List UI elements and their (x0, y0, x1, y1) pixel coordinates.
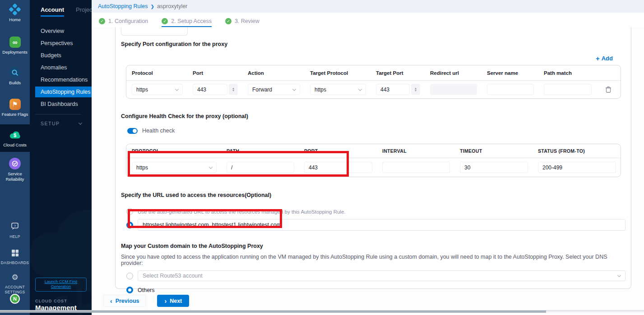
col-timeout: TIMEOUT (454, 148, 533, 154)
app-window: Home ∞ Deployments Builds ⚑ Feature Flag… (0, 0, 644, 315)
wizard-footer: ‹ Previous › Next (103, 295, 644, 307)
route53-account-select[interactable]: Select Route53 account (138, 270, 625, 281)
health-check-table: PROTOCOL PATH PORT INTERVAL TIMEOUT STAT… (126, 144, 621, 177)
rail-label: Service Reliability (3, 171, 27, 182)
previous-button[interactable]: ‹ Previous (103, 295, 146, 307)
rail-label: HELP (9, 234, 20, 239)
nav-item-overview[interactable]: Overview (35, 26, 92, 37)
others-dns-radio[interactable] (126, 287, 133, 293)
custom-url-input[interactable] (138, 219, 625, 231)
route53-placeholder: Select Route53 account (143, 273, 203, 279)
route53-radio[interactable] (126, 273, 133, 279)
protocol-select[interactable]: https (132, 84, 183, 95)
horizontal-scrollbar[interactable] (0, 310, 644, 312)
server-name-input[interactable] (487, 84, 534, 95)
chevron-down-icon (617, 273, 621, 277)
nav-item-recommendations[interactable]: Recommendations (35, 74, 92, 85)
hc-path-input[interactable]: / (227, 162, 294, 173)
clipped-input-fragment[interactable] (121, 27, 188, 36)
hc-port-input[interactable]: 443 (304, 162, 372, 173)
step-setup-access[interactable]: ✓ 2. Setup Access (162, 18, 212, 27)
user-avatar[interactable]: N (0, 294, 30, 304)
target-protocol-select[interactable]: https (310, 84, 366, 95)
rail-item-home[interactable]: Home (0, 4, 30, 23)
help-chat-icon: ? (9, 221, 21, 233)
scrollbar-thumb[interactable] (0, 310, 546, 313)
nav-item-perspectives[interactable]: Perspectives (35, 38, 92, 49)
rail-label: Feature Flags (2, 112, 28, 117)
step-complete-check-icon: ✓ (162, 18, 168, 24)
breadcrumb-current: asproxytyler (157, 3, 187, 9)
custom-domain-description: Since you have opted to access the appli… (121, 254, 625, 266)
port-config-table: Protocol Port Action Target Protocol Tar… (126, 65, 621, 99)
action-select[interactable]: Forward (248, 84, 300, 95)
auto-generated-url-radio[interactable] (126, 208, 133, 215)
step-complete-check-icon: ✓ (225, 18, 232, 24)
hc-interval-input[interactable] (382, 162, 450, 173)
setup-section-toggle[interactable]: SETUP (30, 114, 92, 126)
rail-label: Builds (9, 80, 21, 86)
url-section-title: Specify the URL used to access the resou… (121, 192, 625, 198)
nav-item-bi-dashboards[interactable]: BI Dashboards (35, 99, 92, 110)
service-reliability-icon (9, 158, 21, 169)
svg-text:?: ? (14, 224, 16, 228)
wizard-steps: ✓ 1. Configuration ✓ 2. Setup Access ✓ 3… (92, 13, 644, 27)
col-action: Action (242, 70, 305, 76)
rail-item-cloud-costs[interactable]: $ Cloud Costs (0, 124, 30, 152)
port-input[interactable]: 443 (193, 84, 227, 95)
step-label: 2. Setup Access (171, 18, 212, 24)
rail-item-service-reliability[interactable]: Service Reliability (0, 158, 30, 182)
next-label: Next (170, 298, 182, 304)
launch-ccm-first-gen-button[interactable]: Launch CCM First Generation (35, 278, 87, 292)
col-target-protocol: Target Protocol (305, 70, 371, 76)
step-label: 3. Review (235, 18, 259, 24)
previous-label: Previous (116, 298, 139, 304)
col-server-name: Server name (482, 70, 538, 76)
step-review[interactable]: ✓ 3. Review (225, 18, 259, 27)
breadcrumb: AutoStopping Rules ❯ asproxytyler (92, 0, 644, 13)
rail-item-feature-flags[interactable]: ⚑ Feature Flags (0, 98, 30, 117)
step-label: 1. Configuration (108, 18, 148, 24)
col-port: Port (187, 70, 242, 76)
chevron-left-icon: ‹ (110, 297, 112, 305)
hc-status-input[interactable]: 200-499 (538, 162, 616, 173)
chevron-down-icon (209, 165, 213, 169)
hc-protocol-select[interactable]: https (132, 162, 217, 173)
path-match-input[interactable] (544, 84, 592, 95)
hc-timeout-input[interactable]: 30 (460, 162, 528, 173)
number-stepper[interactable]: ▴▾ (411, 84, 420, 95)
breadcrumb-autostopping-link[interactable]: AutoStopping Rules (98, 3, 148, 9)
col-redirect-url: Redirect url (425, 70, 482, 76)
add-port-row-button[interactable]: + Add (596, 55, 613, 62)
custom-url-radio[interactable] (126, 222, 133, 228)
step-configuration[interactable]: ✓ 1. Configuration (99, 18, 148, 27)
nav-item-autostopping-rules[interactable]: AutoStopping Rules (35, 87, 92, 97)
rail-item-help[interactable]: ? HELP (0, 221, 30, 239)
module-rail: Home ∞ Deployments Builds ⚑ Feature Flag… (0, 0, 30, 315)
rail-label: Home (9, 17, 20, 23)
setup-access-content: Specify Port configuration for the proxy… (92, 27, 644, 315)
rail-item-builds[interactable]: Builds (0, 67, 30, 86)
setup-label: SETUP (41, 121, 60, 126)
dashboards-grid-icon (9, 247, 21, 259)
svg-text:$: $ (14, 132, 17, 138)
tab-project[interactable]: Project (76, 6, 92, 17)
target-port-input[interactable]: 443 (376, 84, 410, 95)
cloud-costs-icon: $ (9, 129, 21, 141)
chevron-down-icon (292, 87, 296, 91)
feature-flags-icon: ⚑ (9, 98, 21, 110)
rail-item-account-settings[interactable]: ⚙ ACCOUNT SETTINGS (0, 271, 30, 294)
rail-label: Deployments (2, 50, 27, 55)
next-button[interactable]: › Next (157, 295, 189, 307)
rail-item-dashboards[interactable]: DASHBOARDS (0, 247, 30, 265)
avatar-initial: N (10, 294, 20, 304)
number-stepper[interactable]: ▴▾ (229, 84, 238, 95)
add-label: Add (602, 55, 613, 62)
health-check-toggle[interactable] (127, 128, 138, 134)
tab-account[interactable]: Account (41, 6, 64, 17)
nav-item-anomalies[interactable]: Anomalies (35, 62, 92, 73)
nav-item-budgets[interactable]: Budgets (35, 50, 92, 61)
rail-item-deployments[interactable]: ∞ Deployments (0, 36, 30, 55)
chevron-down-icon (79, 121, 82, 124)
delete-row-button[interactable] (596, 86, 621, 93)
